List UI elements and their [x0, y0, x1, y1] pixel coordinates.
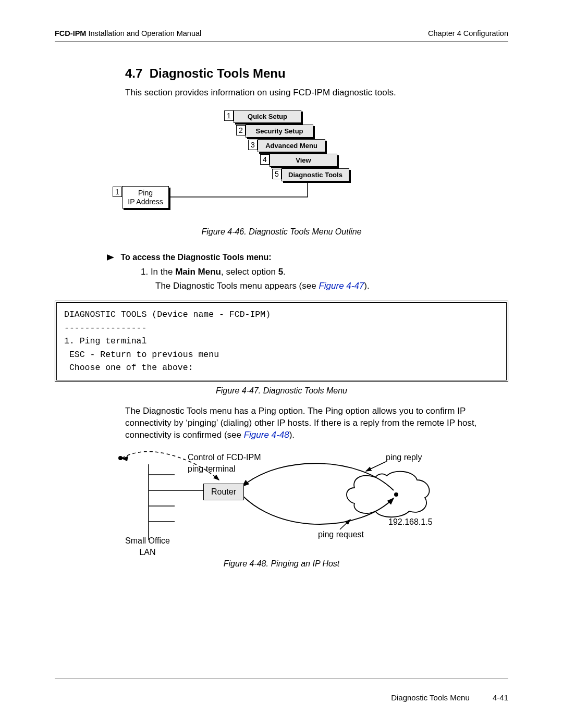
- procedure-lead: To access the Diagnostic Tools menu:: [107, 252, 508, 263]
- ping-description: The Diagnostic Tools menu has a Ping opt…: [125, 405, 508, 441]
- procedure-result: The Diagnostic Tools menu appears (see F…: [155, 280, 508, 292]
- result-pre: The Diagnostic Tools menu appears (see: [155, 281, 319, 291]
- control-label: Control of FCD-IPM ping terminal: [188, 452, 261, 474]
- arrow-icon: [107, 254, 114, 261]
- section-heading: 4.7 Diagnostic Tools Menu: [125, 65, 508, 82]
- figure-46-caption: Figure 4-46. Diagnostic Tools Menu Outli…: [55, 226, 508, 238]
- section-title-text: Diagnostic Tools Menu: [150, 66, 286, 80]
- menu-view: View: [270, 154, 337, 167]
- figure-46-diagram: 1 Quick Setup 2 Security Setup 3 Advance…: [99, 108, 464, 223]
- header-chapter: Chapter 4 Configuration: [428, 29, 508, 39]
- menu-num-2: 2: [236, 125, 246, 135]
- section-number: 4.7: [125, 66, 142, 80]
- svg-line-8: [340, 520, 350, 529]
- footer-page-number: 4-41: [493, 693, 508, 702]
- svg-point-6: [394, 492, 398, 497]
- step1-pre: 1. In the: [141, 267, 175, 277]
- menu-num-4: 4: [260, 154, 270, 165]
- menu-advanced-menu: Advanced Menu: [258, 139, 325, 153]
- submenu-num-1: 1: [113, 187, 122, 197]
- procedure-lead-text: To access the Diagnostic Tools menu:: [120, 253, 271, 262]
- svg-point-5: [118, 456, 123, 460]
- figure-47-caption: Figure 4-47. Diagnostic Tools Menu: [55, 385, 508, 397]
- ping-desc-post: ).: [289, 430, 295, 440]
- submenu-line1: Ping: [138, 189, 153, 197]
- submenu-line2: IP Address: [128, 198, 163, 206]
- terminal-screen-fig47: DIAGNOSTIC TOOLS (Device name - FCD-IPM)…: [55, 301, 508, 382]
- section-intro: This section provides information on usi…: [125, 87, 508, 99]
- footer-title: Diagnostic Tools Menu: [391, 693, 470, 702]
- router-box: Router: [203, 484, 244, 500]
- menu-num-3: 3: [248, 140, 258, 150]
- menu-security-setup: Security Setup: [246, 125, 313, 138]
- menu-num-1: 1: [224, 110, 234, 121]
- header-product: FCD-IPM: [55, 29, 86, 38]
- figure-48-diagram: Router Control of FCD-IPM ping terminal …: [115, 449, 448, 558]
- result-post: ).: [364, 281, 369, 291]
- step1-end: .: [283, 267, 286, 277]
- menu-num-5: 5: [272, 169, 282, 179]
- step1-post: , select option: [221, 267, 278, 277]
- menu-quick-setup: Quick Setup: [234, 110, 301, 124]
- lan-label: Small Office LAN: [125, 535, 170, 558]
- submenu-ping-ip: Ping IP Address: [122, 186, 169, 209]
- ping-reply-label: ping reply: [386, 452, 422, 463]
- page-footer: Diagnostic Tools Menu 4-41: [55, 678, 508, 703]
- procedure-step-1: 1. In the Main Menu, select option 5.: [141, 266, 508, 278]
- step1-option-number: 5: [278, 267, 283, 277]
- svg-line-7: [366, 462, 386, 471]
- menu-diagnostic-tools: Diagnostic Tools: [282, 168, 349, 182]
- figure-48-caption: Figure 4-48. Pinging an IP Host: [55, 558, 508, 570]
- ping-desc-pre: The Diagnostic Tools menu has a Ping opt…: [125, 406, 476, 440]
- header-doc: Installation and Operation Manual: [88, 29, 201, 38]
- ping-request-label: ping request: [318, 529, 364, 540]
- step1-main-menu: Main Menu: [175, 267, 221, 277]
- figure-47-link[interactable]: Figure 4-47: [319, 281, 364, 291]
- ip-address-label: 192.168.1.5: [388, 516, 433, 528]
- figure-48-link[interactable]: Figure 4-48: [244, 430, 289, 440]
- page-header: FCD-IPM Installation and Operation Manua…: [55, 29, 508, 42]
